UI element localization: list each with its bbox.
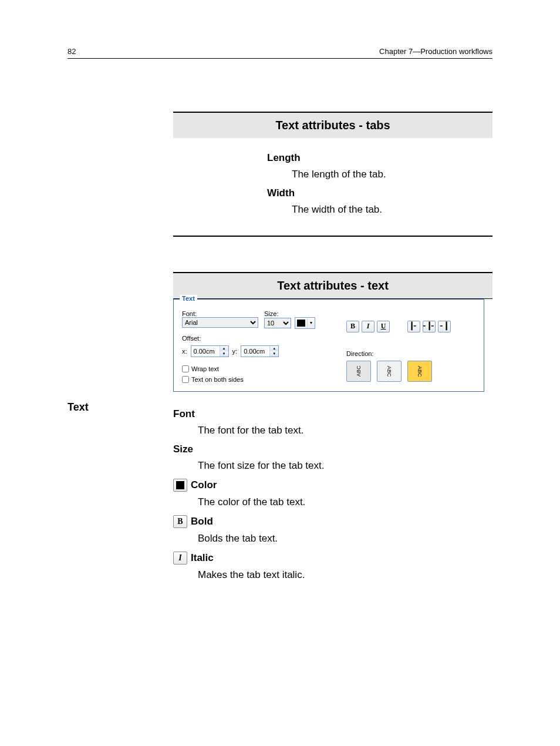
bold-button[interactable]: B (346, 321, 359, 332)
italic-def: Makes the tab text italic. (198, 569, 492, 581)
width-def: The width of the tab. (292, 204, 492, 216)
panel-legend: Text (180, 295, 197, 302)
align-center-button[interactable]: ╴┃╴ (423, 321, 436, 332)
page-header: 82 Chapter 7—Production workflows (68, 47, 492, 59)
size-def: The font size for the tab text. (198, 460, 492, 472)
direction-label: Direction: (346, 350, 475, 357)
offset-x-spinner[interactable]: ▲▼ (191, 345, 229, 357)
offset-label: Offset: (182, 335, 335, 342)
wrap-text-checkbox[interactable] (182, 365, 189, 372)
page: 82 Chapter 7—Production workflows Text a… (0, 0, 560, 636)
color-swatch-icon (173, 479, 187, 492)
size-term: Size (173, 443, 492, 455)
section-text-header: Text attributes - text (173, 272, 492, 299)
color-def: The color of the tab text. (198, 496, 492, 508)
spin-down-icon[interactable]: ▼ (220, 351, 228, 357)
color-term: Color (173, 479, 492, 492)
section-tabs: Text attributes - tabs Length The length… (173, 112, 492, 237)
wrap-text-label: Wrap text (191, 365, 219, 372)
both-sides-label: Text on both sides (191, 376, 244, 383)
direction-button-3[interactable]: ABC (407, 361, 432, 382)
text-definitions-block: Text Font The font for the tab text. Siz… (173, 401, 492, 601)
font-def: The font for the tab text. (198, 425, 492, 436)
italic-icon: I (173, 552, 187, 564)
size-select[interactable]: 10 (264, 318, 291, 328)
underline-button[interactable]: U (377, 321, 390, 332)
tabs-definitions: Length The length of the tab. Width The … (173, 138, 492, 236)
section-tabs-title: Text attributes - tabs (173, 113, 492, 138)
length-term: Length (267, 152, 492, 164)
offset-y-spinner[interactable]: ▲▼ (241, 345, 279, 357)
align-toolbar: ┃╴ ╴┃╴ ╴┃ (407, 321, 451, 332)
italic-term: I Italic (173, 552, 492, 564)
italic-button[interactable]: I (362, 321, 375, 332)
bold-def: Bolds the tab text. (198, 533, 492, 545)
width-term: Width (267, 187, 492, 199)
length-def: The length of the tab. (292, 169, 492, 180)
spin-up-icon[interactable]: ▲ (270, 346, 278, 351)
direction-button-1[interactable]: ABC (346, 361, 371, 382)
section-text-title: Text attributes - text (173, 273, 492, 298)
spin-down-icon[interactable]: ▼ (270, 351, 278, 357)
page-number: 82 (68, 47, 76, 56)
size-label: Size: (264, 310, 315, 317)
style-toolbar: B I U (346, 321, 390, 332)
offset-y-input[interactable] (241, 346, 269, 357)
font-select[interactable]: Arial (182, 317, 258, 328)
font-term: Font (173, 408, 492, 420)
align-right-button[interactable]: ╴┃ (438, 321, 451, 332)
bold-term: B Bold (173, 515, 492, 528)
font-label: Font: (182, 310, 264, 317)
direction-buttons: ABC ABC ABC (346, 361, 475, 382)
spin-up-icon[interactable]: ▲ (220, 346, 228, 351)
direction-button-2[interactable]: ABC (377, 361, 402, 382)
color-swatch[interactable]: ▾ (295, 317, 315, 329)
both-sides-checkbox[interactable] (182, 376, 189, 383)
text-attributes-panel: Text Font: Arial Size: (173, 299, 484, 392)
bold-icon: B (173, 515, 187, 528)
offset-y-label: y: (232, 348, 238, 355)
text-side-label: Text (68, 401, 89, 414)
align-left-button[interactable]: ┃╴ (407, 321, 420, 332)
offset-x-input[interactable] (191, 346, 220, 357)
offset-x-label: x: (182, 348, 187, 355)
chapter-label: Chapter 7—Production workflows (379, 47, 492, 56)
